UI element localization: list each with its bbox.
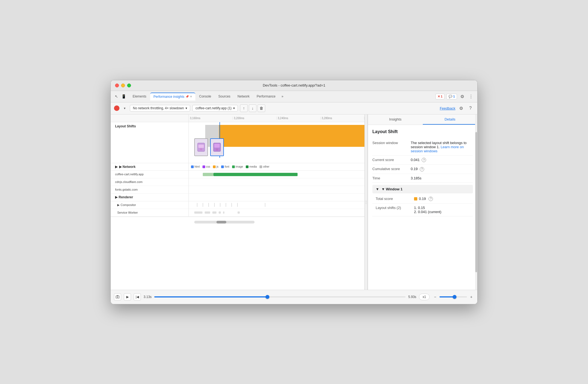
window-1-section: ▼ ▼ Window 1 Total score 0.19 ? bbox=[372, 185, 473, 216]
pin-icon: 📌 bbox=[185, 95, 189, 98]
playback-slider-thumb[interactable] bbox=[266, 295, 269, 299]
network-row-coffee-cart: coffee-cart.netlify.app bbox=[111, 171, 364, 178]
window-1-header[interactable]: ▼ ▼ Window 1 bbox=[372, 185, 473, 193]
tab-elements[interactable]: Elements bbox=[129, 93, 150, 100]
screenshot-button[interactable] bbox=[114, 293, 121, 300]
detail-value-total-score: 0.19 ? bbox=[414, 197, 470, 201]
service-worker-row: Service Worker bbox=[111, 209, 364, 217]
legend-dot-js bbox=[213, 165, 216, 168]
detail-value-time: 3.185s bbox=[411, 176, 473, 180]
legend-other: other bbox=[259, 164, 269, 169]
ruler-label-area bbox=[111, 114, 189, 122]
legend-js: js bbox=[213, 164, 218, 169]
upload-button[interactable]: ↑ bbox=[240, 104, 248, 112]
zoom-slider-track[interactable] bbox=[439, 296, 467, 297]
service-worker-content bbox=[189, 209, 364, 216]
help-icon[interactable]: ? bbox=[467, 105, 474, 112]
detail-label-current-score: Current score bbox=[372, 158, 411, 162]
svg-rect-6 bbox=[116, 296, 119, 298]
resize-handle[interactable]: ⋮ bbox=[364, 114, 368, 290]
gear-icon[interactable]: ⚙ bbox=[458, 105, 465, 112]
tab-insights[interactable]: Insights bbox=[368, 114, 423, 125]
zoom-slider-thumb[interactable] bbox=[453, 295, 456, 299]
playback-speed-button[interactable]: x1 bbox=[419, 294, 430, 300]
close-button[interactable] bbox=[115, 84, 119, 87]
dropdown-arrow-icon[interactable]: ▼ bbox=[122, 105, 128, 111]
network-row-fonts: fonts.gstatic.com bbox=[111, 186, 364, 194]
legend-dot-other bbox=[259, 165, 262, 168]
maximize-button[interactable] bbox=[127, 84, 131, 87]
layout-shifts-area bbox=[189, 122, 364, 158]
detail-value-layout-shifts: 1. 0.15 2. 0.041 (current) bbox=[414, 206, 470, 214]
throttle-dropdown[interactable]: No network throttling, 4× slowdown ▾ bbox=[130, 105, 190, 111]
detail-row-total-score: Total score 0.19 ? bbox=[372, 194, 473, 204]
play-button[interactable]: ▶ bbox=[124, 293, 131, 300]
scrollbar-thumb[interactable] bbox=[216, 221, 226, 223]
cursor-icon[interactable]: ↖ bbox=[113, 93, 119, 99]
legend-html: html bbox=[191, 164, 200, 169]
toolbar-action-buttons: ↑ ↓ 🗑 bbox=[240, 104, 265, 112]
scrollbar-thumb[interactable] bbox=[475, 132, 477, 272]
playback-slider-track[interactable] bbox=[154, 296, 406, 297]
cumulative-score-help-icon[interactable]: ? bbox=[420, 167, 424, 171]
more-options-icon[interactable]: ⋮ bbox=[467, 93, 475, 100]
message-badge-button[interactable]: 💬 1 bbox=[446, 94, 457, 99]
detail-label-layout-shifts: Layout shifts (2) bbox=[376, 206, 414, 214]
horizontal-scrollbar[interactable] bbox=[194, 221, 255, 223]
device-icon[interactable]: 📱 bbox=[121, 93, 127, 99]
settings-icon[interactable]: ⚙ bbox=[459, 93, 466, 100]
network-expand-icon: ▶ bbox=[115, 165, 118, 169]
error-badge-button[interactable]: ✕ 1 bbox=[435, 94, 445, 99]
renderer-label[interactable]: ▶ Renderer bbox=[111, 194, 189, 201]
delete-button[interactable]: 🗑 bbox=[258, 104, 265, 112]
network-section-label[interactable]: ▶ ▶ Network bbox=[111, 163, 189, 170]
network-row-content-2 bbox=[189, 178, 364, 186]
tab-performance[interactable]: Performance bbox=[253, 93, 279, 100]
record-button[interactable] bbox=[114, 105, 119, 111]
network-legend: html css js font bbox=[189, 163, 272, 170]
ls-image-after[interactable] bbox=[210, 138, 224, 156]
tick-4 bbox=[214, 203, 215, 207]
legend-dot-html bbox=[191, 165, 194, 168]
total-score-help-icon[interactable]: ? bbox=[429, 197, 433, 201]
playback-slider[interactable] bbox=[154, 296, 406, 297]
chevron-down-icon: ▾ bbox=[185, 106, 187, 110]
tab-console[interactable]: Console bbox=[196, 93, 215, 100]
tab-close-icon[interactable]: ✕ bbox=[190, 95, 192, 98]
skip-to-start-button[interactable]: |◀ bbox=[134, 293, 141, 300]
compositor-label[interactable]: ▶ Compositor bbox=[111, 201, 189, 209]
tab-performance-insights[interactable]: Performance insights 📌 ✕ bbox=[150, 93, 195, 101]
zoom-in-button[interactable]: + bbox=[469, 295, 474, 299]
download-button[interactable]: ↓ bbox=[249, 104, 256, 112]
resize-icon: ⋮ bbox=[364, 200, 368, 204]
tab-sources[interactable]: Sources bbox=[215, 93, 234, 100]
layout-shifts-section: Layout Shifts bbox=[111, 122, 364, 163]
current-score-help-icon[interactable]: ? bbox=[422, 158, 426, 162]
ruler-tick-3: 3,240ms bbox=[277, 117, 321, 120]
tab-details[interactable]: Details bbox=[423, 114, 478, 125]
legend-image: image bbox=[232, 164, 243, 169]
network-row-content-1 bbox=[189, 171, 364, 178]
playback-slider-fill bbox=[154, 296, 267, 297]
sw-bar-1 bbox=[194, 211, 202, 214]
url-dropdown[interactable]: coffee-cart.netlify.app (1) ▾ bbox=[192, 105, 238, 111]
minimize-button[interactable] bbox=[121, 84, 125, 87]
tick-7 bbox=[232, 203, 232, 207]
detail-value-session-window: The selected layout shift belongs to ses… bbox=[411, 141, 473, 153]
right-panel: Insights Details Layout Shift Session wi… bbox=[368, 114, 477, 290]
right-panel-scrollbar[interactable] bbox=[475, 114, 477, 290]
more-tabs-button[interactable]: » bbox=[279, 93, 286, 99]
zoom-out-button[interactable]: − bbox=[432, 295, 438, 299]
ls-image-before[interactable] bbox=[194, 138, 208, 156]
tab-bar-actions: ✕ 1 💬 1 ⚙ ⋮ bbox=[435, 93, 475, 100]
tab-network[interactable]: Network bbox=[234, 93, 253, 100]
nav-icons: ↖ 📱 bbox=[113, 93, 127, 99]
tab-bar: ↖ 📱 Elements Performance insights 📌 ✕ Co… bbox=[111, 91, 477, 102]
layout-shifts-content bbox=[189, 122, 364, 163]
feedback-button[interactable]: Feedback bbox=[440, 106, 455, 110]
devtools-window: DevTools - coffee-cart.netlify.app/?ad=1… bbox=[110, 80, 478, 304]
renderer-expand-icon: ▶ bbox=[115, 195, 118, 199]
playback-end-time: 5.93s bbox=[408, 295, 416, 299]
service-worker-label: Service Worker bbox=[111, 209, 189, 216]
ruler-tick-4: 3,280ms bbox=[321, 117, 364, 120]
